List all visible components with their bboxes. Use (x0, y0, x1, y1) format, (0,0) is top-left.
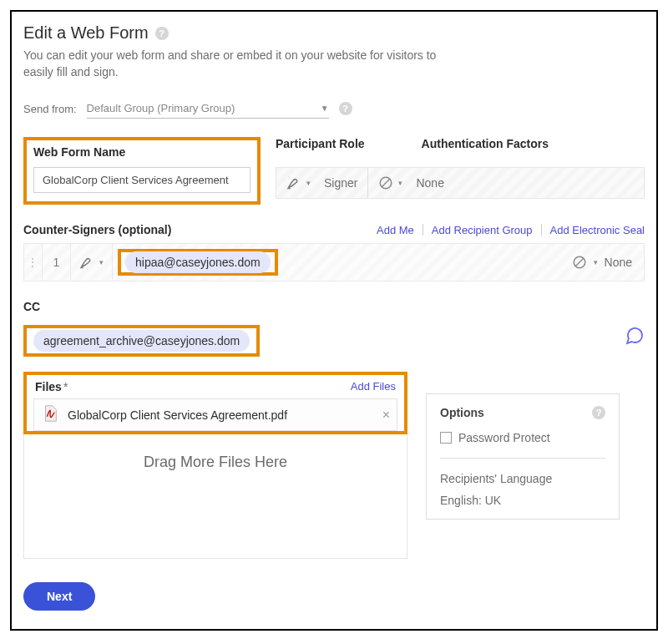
file-item: GlobalCorp Client Services Agreement.pdf… (33, 398, 397, 431)
next-button[interactable]: Next (23, 582, 95, 611)
add-electronic-seal-link[interactable]: Add Electronic Seal (550, 224, 645, 236)
ban-icon (572, 255, 587, 270)
password-protect-checkbox[interactable] (440, 432, 452, 444)
cc-label: CC (23, 300, 645, 313)
help-icon[interactable]: ? (339, 102, 352, 115)
remove-file-icon[interactable]: × (382, 408, 390, 423)
files-highlight: Files* Add Files GlobalCorp Client Servi… (23, 372, 407, 434)
participant-role-label: Participant Role (276, 137, 365, 150)
chevron-down-icon: ▾ (99, 258, 104, 266)
pen-icon (79, 255, 94, 270)
divider (440, 458, 605, 459)
chevron-down-icon: ▾ (594, 258, 598, 266)
order-number: 1 (43, 244, 71, 281)
svg-line-1 (382, 179, 391, 188)
counter-signer-row: ⋮ 1 ▾ hipaa@caseyjones.dom ▾ None (23, 243, 645, 281)
web-form-name-label: Web Form Name (33, 145, 250, 159)
help-icon[interactable]: ? (592, 406, 605, 419)
divider (423, 224, 423, 236)
options-label: Options (440, 406, 484, 419)
auth-factors-label: Authentication Factors (422, 137, 549, 150)
auth-selector[interactable]: ▾ None (368, 168, 644, 198)
divider (541, 224, 542, 236)
help-icon[interactable]: ? (155, 27, 169, 40)
ban-icon (378, 175, 393, 190)
page-subtitle: You can edit your web form and share or … (23, 48, 458, 80)
auth-value: None (416, 176, 443, 190)
counter-signer-email-highlight: hipaa@caseyjones.dom (118, 249, 278, 276)
row-auth-value: None (605, 256, 632, 269)
recipients-language-label: Recipients' Language (440, 472, 605, 485)
role-value: Signer (324, 176, 357, 190)
dropzone-text: Drag More Files Here (144, 454, 287, 471)
chevron-down-icon: ▾ (398, 179, 402, 187)
role-selector[interactable]: ▾ Signer (276, 168, 368, 198)
cc-highlight: agreement_archive@caseyjones.dom (23, 325, 260, 357)
send-from-select[interactable]: Default Group (Primary Group) ▼ (87, 99, 329, 119)
message-icon[interactable] (625, 326, 645, 349)
files-label: Files* (35, 380, 68, 393)
recipients-language-value[interactable]: English: UK (440, 494, 605, 507)
password-protect-label: Password Protect (458, 431, 550, 444)
row-role-selector[interactable]: ▾ (71, 244, 113, 281)
chevron-down-icon: ▼ (321, 104, 329, 113)
row-auth-selector[interactable]: ▾ None (560, 255, 644, 270)
chevron-down-icon: ▾ (306, 179, 311, 187)
add-me-link[interactable]: Add Me (377, 224, 414, 236)
send-from-value: Default Group (Primary Group) (87, 102, 235, 114)
add-files-link[interactable]: Add Files (351, 380, 396, 393)
counter-signer-email-chip[interactable]: hipaa@caseyjones.dom (125, 251, 271, 273)
counter-signers-label: Counter-Signers (optional) (23, 223, 171, 236)
send-from-label: Send from: (23, 103, 77, 115)
pen-icon (286, 175, 301, 190)
cc-email-chip[interactable]: agreement_archive@caseyjones.dom (33, 330, 250, 352)
svg-line-3 (574, 258, 584, 267)
pdf-icon (41, 404, 59, 425)
file-name: GlobalCorp Client Services Agreement.pdf (68, 408, 287, 422)
page-title: Edit a Web Form (23, 23, 149, 43)
file-dropzone[interactable]: Drag More Files Here (23, 434, 407, 559)
web-form-name-input[interactable] (33, 167, 250, 193)
options-panel: Options ? Password Protect Recipients' L… (426, 393, 620, 520)
drag-handle-icon[interactable]: ⋮ (24, 244, 43, 281)
web-form-name-block: Web Form Name (23, 137, 261, 205)
add-recipient-group-link[interactable]: Add Recipient Group (432, 224, 533, 236)
